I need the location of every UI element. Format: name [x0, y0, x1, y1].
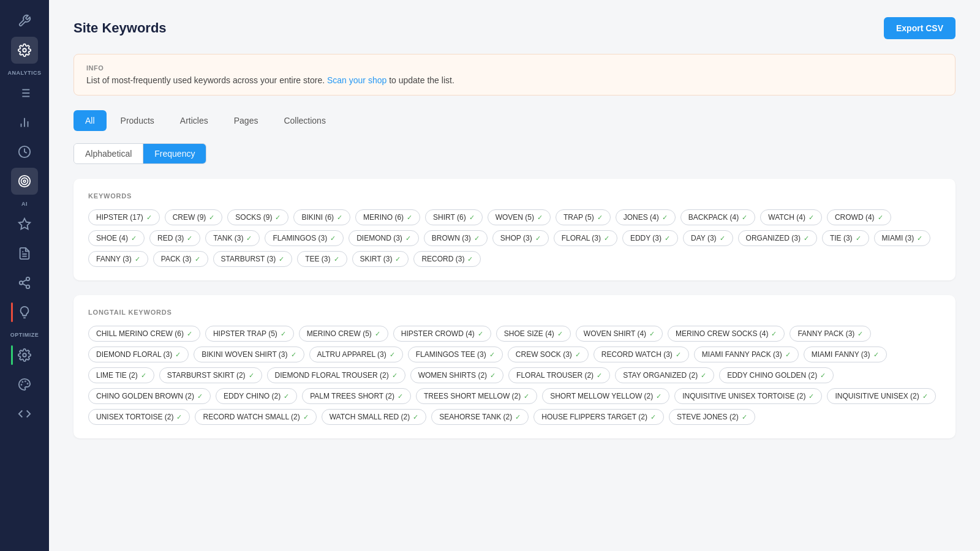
tag-item[interactable]: TREES SHORT MELLOW (2)✓ [416, 388, 537, 404]
tag-item[interactable]: SHOP (3)✓ [492, 230, 549, 246]
tag-item[interactable]: SHOE (4)✓ [88, 230, 145, 246]
tag-item[interactable]: MIAMI FANNY (3)✓ [804, 347, 887, 362]
tag-item[interactable]: STARBURST SKIRT (2)✓ [159, 367, 262, 383]
sort-alphabetical[interactable]: Alphabetical [74, 144, 143, 163]
tag-item[interactable]: BIKINI (6)✓ [293, 209, 350, 225]
check-icon: ✓ [330, 234, 336, 242]
check-icon: ✓ [281, 330, 286, 338]
tag-item[interactable]: LIME TIE (2)✓ [88, 367, 154, 383]
tag-item[interactable]: SEAHORSE TANK (2)✓ [431, 409, 529, 425]
tag-item[interactable]: HIPSTER (17)✓ [88, 209, 160, 225]
sidebar-icon-chart[interactable] [11, 109, 38, 136]
analytics-label: ANALYTICS [7, 70, 41, 76]
sidebar-icon-sparkle[interactable] [11, 211, 38, 238]
tag-item[interactable]: DAY (3)✓ [683, 230, 733, 246]
tag-item[interactable]: BIKINI WOVEN SHIRT (3)✓ [194, 347, 304, 362]
tag-item[interactable]: WOVEN SHIRT (4)✓ [576, 326, 663, 342]
tag-item[interactable]: EDDY CHINO GOLDEN (2)✓ [719, 367, 834, 383]
tag-item[interactable]: EDDY CHINO (2)✓ [216, 388, 297, 404]
filter-tabs: All Products Articles Pages Collections [74, 110, 956, 131]
tag-item[interactable]: PALM TREES SHORT (2)✓ [302, 388, 411, 404]
sidebar-icon-bulb[interactable] [11, 299, 38, 326]
tag-item[interactable]: MIAMI FANNY PACK (3)✓ [694, 347, 799, 362]
tag-item[interactable]: DIEMOND FLORAL TROUSER (2)✓ [267, 367, 405, 383]
tag-item[interactable]: HIPSTER CROWD (4)✓ [393, 326, 491, 342]
check-icon: ✓ [604, 234, 609, 242]
tag-item[interactable]: TRAP (5)✓ [556, 209, 611, 225]
tag-item[interactable]: MERINO CREW SOCKS (4)✓ [668, 326, 785, 342]
tag-item[interactable]: INQUISITIVE UNISEX TORTOISE (2)✓ [674, 388, 822, 404]
tag-item[interactable]: DIEMOND FLORAL (3)✓ [88, 347, 189, 362]
tag-item[interactable]: FANNY (3)✓ [88, 251, 148, 267]
tag-item[interactable]: HOUSE FLIPPERS TARGET (2)✓ [533, 409, 664, 425]
check-icon: ✓ [209, 214, 214, 222]
tag-item[interactable]: MERINO CREW (5)✓ [299, 326, 388, 342]
check-icon: ✓ [922, 392, 928, 400]
check-icon: ✓ [337, 214, 342, 222]
tag-item[interactable]: WATCH SMALL RED (2)✓ [322, 409, 427, 425]
tag-item[interactable]: TEE (3)✓ [297, 251, 347, 267]
tag-item[interactable]: CREW SOCK (3)✓ [508, 347, 589, 362]
check-icon: ✓ [398, 392, 403, 400]
sort-frequency[interactable]: Frequency [143, 144, 206, 163]
tag-item[interactable]: MERINO (6)✓ [355, 209, 420, 225]
tag-item[interactable]: WATCH (4)✓ [760, 209, 822, 225]
tag-item[interactable]: TIE (3)✓ [822, 230, 869, 246]
sidebar-icon-settings2[interactable] [11, 342, 38, 369]
sidebar-icon-wrench[interactable] [11, 7, 38, 34]
tag-item[interactable]: RED (3)✓ [149, 230, 200, 246]
sidebar-icon-code[interactable] [11, 400, 38, 427]
tag-item[interactable]: FANNY PACK (3)✓ [790, 326, 871, 342]
tag-item[interactable]: STAY ORGANIZED (2)✓ [615, 367, 714, 383]
check-icon: ✓ [131, 234, 137, 242]
tag-item[interactable]: WOVEN (5)✓ [488, 209, 551, 225]
tab-products[interactable]: Products [109, 110, 166, 131]
tag-item[interactable]: FLAMINGOS TEE (3)✓ [408, 347, 503, 362]
tag-item[interactable]: FLAMINGOS (3)✓ [265, 230, 344, 246]
sidebar-icon-gear[interactable] [11, 37, 38, 64]
tab-articles[interactable]: Articles [168, 110, 220, 131]
tag-item[interactable]: RECORD WATCH (3)✓ [594, 347, 689, 362]
tag-item[interactable]: MIAMI (3)✓ [874, 230, 931, 246]
tag-item[interactable]: STEVE JONES (2)✓ [669, 409, 755, 425]
tag-item[interactable]: CREW (9)✓ [165, 209, 223, 225]
tag-item[interactable]: FLORAL (3)✓ [554, 230, 617, 246]
tag-item[interactable]: ALTRU APPAREL (3)✓ [309, 347, 403, 362]
tag-item[interactable]: STARBURST (3)✓ [213, 251, 293, 267]
tab-pages[interactable]: Pages [222, 110, 270, 131]
tab-all[interactable]: All [74, 110, 107, 131]
tag-item[interactable]: HIPSTER TRAP (5)✓ [205, 326, 294, 342]
tag-item[interactable]: CROWD (4)✓ [827, 209, 891, 225]
tag-item[interactable]: RECORD (3)✓ [413, 251, 481, 267]
tag-item[interactable]: CHILL MERINO CREW (6)✓ [88, 326, 200, 342]
tag-item[interactable]: PACK (3)✓ [153, 251, 208, 267]
tag-item[interactable]: RECORD WATCH SMALL (2)✓ [195, 409, 316, 425]
scan-shop-link[interactable]: Scan your shop [327, 75, 386, 85]
tag-item[interactable]: CHINO GOLDEN BROWN (2)✓ [88, 388, 211, 404]
tag-item[interactable]: SHIRT (6)✓ [425, 209, 483, 225]
sidebar-icon-paint[interactable] [11, 371, 38, 398]
tag-item[interactable]: JONES (4)✓ [616, 209, 676, 225]
sidebar-icon-target[interactable] [11, 168, 38, 195]
sidebar-icon-list[interactable] [11, 80, 38, 107]
tab-collections[interactable]: Collections [272, 110, 337, 131]
tag-item[interactable]: ORGANIZED (3)✓ [738, 230, 817, 246]
tag-item[interactable]: SOCKS (9)✓ [227, 209, 288, 225]
tag-item[interactable]: DIEMOND (3)✓ [349, 230, 419, 246]
sidebar-icon-doc[interactable] [11, 240, 38, 267]
sidebar-icon-nodes[interactable] [11, 269, 38, 296]
tag-item[interactable]: UNISEX TORTOISE (2)✓ [88, 409, 190, 425]
tag-item[interactable]: SKIRT (3)✓ [352, 251, 409, 267]
tag-item[interactable]: INQUISITIVE UNISEX (2)✓ [827, 388, 935, 404]
tag-item[interactable]: SHOE SIZE (4)✓ [496, 326, 571, 342]
tag-item[interactable]: FLORAL TROUSER (2)✓ [508, 367, 610, 383]
tag-item[interactable]: SHORT MELLOW YELLOW (2)✓ [542, 388, 669, 404]
tag-item[interactable]: BACKPACK (4)✓ [680, 209, 755, 225]
sidebar-icon-clock[interactable] [11, 138, 38, 165]
tag-item[interactable]: EDDY (3)✓ [622, 230, 678, 246]
tag-item[interactable]: TANK (3)✓ [205, 230, 260, 246]
check-icon: ✓ [820, 372, 826, 380]
tag-item[interactable]: WOMEN SHIRTS (2)✓ [410, 367, 503, 383]
export-csv-button[interactable]: Export CSV [884, 17, 956, 39]
tag-item[interactable]: BROWN (3)✓ [424, 230, 488, 246]
